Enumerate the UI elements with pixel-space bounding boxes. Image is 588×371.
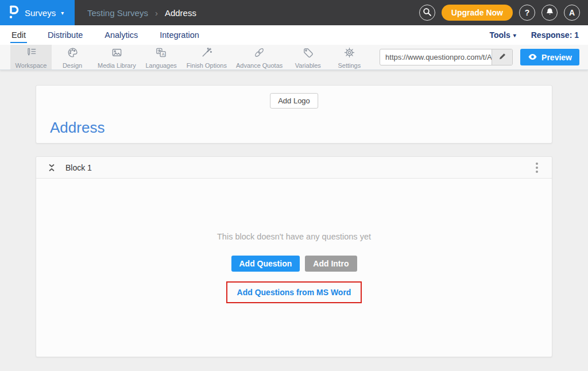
survey-title[interactable]: Address <box>50 119 105 137</box>
app-window: Surveys ▾ Testing Surveys › Address Upgr… <box>0 0 588 371</box>
palette-icon <box>67 47 79 61</box>
tab-edit[interactable]: Edit <box>10 27 27 43</box>
kebab-dot <box>536 163 538 165</box>
block-name[interactable]: Block 1 <box>65 163 92 172</box>
add-questions-from-ms-word-link[interactable]: Add Questions from MS Word <box>237 288 351 297</box>
toolbar-item-label: Languages <box>145 62 176 69</box>
chevron-down-icon: ▾ <box>513 32 516 38</box>
survey-header-card: Add Logo Address <box>36 85 552 144</box>
breadcrumb-parent[interactable]: Testing Surveys <box>87 8 148 18</box>
question-mark-icon: ? <box>525 8 530 17</box>
topbar-actions: Upgrade Now ? A <box>419 5 580 21</box>
block-menu-button[interactable] <box>531 160 543 176</box>
toolbar-item-label: Finish Options <box>187 62 227 69</box>
tab-distribute[interactable]: Distribute <box>47 27 84 43</box>
workspace-icon <box>25 47 37 61</box>
block-card: Block 1 This block doesn't have any ques… <box>36 156 552 357</box>
response-count[interactable]: Response: 1 <box>531 30 579 40</box>
search-button[interactable] <box>419 5 435 21</box>
upgrade-now-button[interactable]: Upgrade Now <box>442 5 513 21</box>
tab-integration[interactable]: Integration <box>158 27 200 43</box>
survey-toolbar: Workspace Design <box>0 45 588 70</box>
section-nav-right: Tools ▾ Response: 1 <box>489 30 579 40</box>
survey-url-value[interactable]: https://www.questionpro.com/t/A <box>380 49 492 65</box>
section-nav: Edit Distribute Analytics Integration To… <box>0 25 588 45</box>
add-logo-button[interactable]: Add Logo <box>270 93 318 109</box>
block-header: Block 1 <box>36 157 552 179</box>
toolbar-item-advance-quotas[interactable]: Advance Quotas <box>231 45 287 69</box>
block-empty-state: This block doesn't have any questions ye… <box>36 179 552 357</box>
magic-wand-icon <box>200 47 212 61</box>
notifications-button[interactable] <box>541 5 558 21</box>
toolbar-item-settings[interactable]: Settings <box>328 45 370 69</box>
gear-icon <box>343 47 355 61</box>
toolbar-item-finish-options[interactable]: Finish Options <box>182 45 231 69</box>
section-nav-items: Edit Distribute Analytics Integration <box>10 27 200 43</box>
empty-block-message: This block doesn't have any questions ye… <box>217 232 371 241</box>
tools-label: Tools <box>489 30 510 40</box>
toolbar-item-label: Design <box>63 62 82 69</box>
bell-icon <box>546 7 554 18</box>
eye-icon <box>528 53 537 62</box>
toolbar-item-media-library[interactable]: Media Library <box>93 45 141 69</box>
chevron-down-icon: ▾ <box>61 10 64 16</box>
tools-dropdown[interactable]: Tools ▾ <box>489 30 516 40</box>
svg-text:A: A <box>162 52 165 56</box>
translate-icon: A <box>155 47 167 61</box>
breadcrumb: Testing Surveys › Address <box>87 8 196 18</box>
toolbar-item-variables[interactable]: Variables <box>287 45 328 69</box>
breadcrumb-current: Address <box>165 8 196 18</box>
survey-editor-content: Add Logo Address Block 1 This <box>0 70 588 357</box>
preview-button[interactable]: Preview <box>520 49 579 65</box>
tag-icon <box>302 47 314 61</box>
avatar[interactable]: A <box>564 5 580 21</box>
red-highlight-box: Add Questions from MS Word <box>226 281 362 303</box>
add-intro-button[interactable]: Add Intro <box>305 256 357 272</box>
image-icon <box>111 47 123 61</box>
toolbar-item-label: Media Library <box>98 62 136 69</box>
toolbar-item-label: Workspace <box>16 62 47 69</box>
search-icon <box>423 7 432 18</box>
toolbar-item-label: Variables <box>295 62 321 69</box>
toolbar-item-label: Advance Quotas <box>236 62 283 69</box>
toolbar-item-workspace[interactable]: Workspace <box>10 45 52 69</box>
survey-url-field: https://www.questionpro.com/t/A <box>380 49 513 65</box>
questionpro-logo-icon <box>8 5 20 21</box>
breadcrumb-separator-icon: › <box>155 8 158 18</box>
toolbar-item-languages[interactable]: A Languages <box>141 45 182 69</box>
toolbar-right: https://www.questionpro.com/t/A <box>380 45 579 69</box>
pencil-icon <box>498 52 506 63</box>
preview-label: Preview <box>541 53 572 62</box>
help-button[interactable]: ? <box>519 5 535 21</box>
kebab-dot <box>536 167 538 169</box>
product-switcher[interactable]: Surveys ▾ <box>0 0 75 25</box>
collapse-block-button[interactable] <box>48 163 56 172</box>
empty-state-actions: Add Question Add Intro <box>231 256 357 272</box>
chain-link-icon <box>253 47 265 61</box>
tab-analytics[interactable]: Analytics <box>103 27 139 43</box>
top-bar: Surveys ▾ Testing Surveys › Address Upgr… <box>0 0 588 25</box>
product-name: Surveys <box>25 8 56 18</box>
toolbar-item-label: Settings <box>338 62 361 69</box>
add-question-button[interactable]: Add Question <box>231 256 300 272</box>
kebab-dot <box>536 171 538 173</box>
toolbar-item-design[interactable]: Design <box>52 45 93 69</box>
edit-url-button[interactable] <box>492 49 512 65</box>
